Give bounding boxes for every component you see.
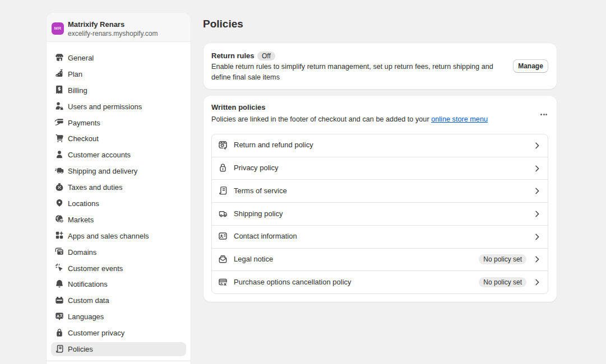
svg-text:A: A: [57, 314, 59, 318]
svg-text:$: $: [61, 220, 63, 223]
